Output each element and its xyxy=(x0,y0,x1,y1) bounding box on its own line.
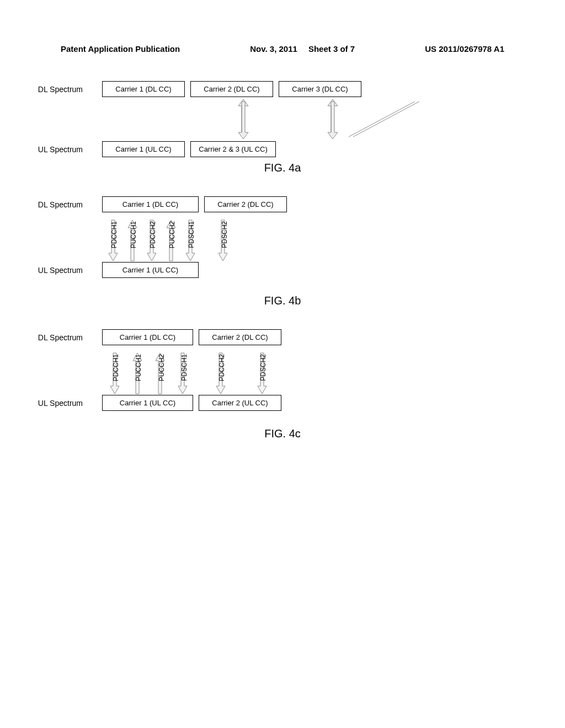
fig4c-ul-carrier-2: Carrier 2 (UL CC) xyxy=(199,395,281,411)
figure-4a: DL Spectrum Carrier 1 (DL CC) Carrier 2 … xyxy=(0,81,565,174)
channel-pdsch2: PDSCH2 xyxy=(218,218,229,262)
fig4b-ul-carrier-1: Carrier 1 (UL CC) xyxy=(102,262,199,278)
figure-4b: DL Spectrum Carrier 1 (DL CC) Carrier 2 … xyxy=(0,196,565,307)
fig4c-ul-carrier-1: Carrier 1 (UL CC) xyxy=(102,395,193,411)
fig4c-dl-carrier-1: Carrier 1 (DL CC) xyxy=(102,329,193,345)
header-sheet: Sheet 3 of 7 xyxy=(308,44,355,53)
fig4a-caption: FIG. 4a xyxy=(0,162,565,174)
fig4b-ul-label: UL Spectrum xyxy=(0,266,99,275)
page-header: Patent Application Publication Nov. 3, 2… xyxy=(0,0,565,65)
channel-label: PUCCH1 xyxy=(130,221,137,248)
channel-label: PDSCH1 xyxy=(180,354,188,381)
channel-pucch1: PUCCH1 xyxy=(127,218,138,262)
fig4c-ul-label: UL Spectrum xyxy=(0,399,99,408)
channel-pdcch2: PDCCH2 xyxy=(216,351,227,395)
bidirectional-arrow-icon xyxy=(199,97,475,141)
channel-pucch2: PUCCH2 xyxy=(166,218,177,262)
channel-label: PUCCH1 xyxy=(135,354,142,381)
header-left: Patent Application Publication xyxy=(61,44,180,53)
fig4a-arrow-area xyxy=(199,97,475,141)
channel-label: PDCCH1 xyxy=(112,354,120,381)
channel-label: PDCCH2 xyxy=(218,354,226,381)
fig4c-dl-label: DL Spectrum xyxy=(0,333,99,342)
fig4a-dl-carrier-1: Carrier 1 (DL CC) xyxy=(102,81,185,97)
channel-label: PUCCH2 xyxy=(158,354,166,381)
fig4a-ul-carrier-23: Carrier 2 & 3 (UL CC) xyxy=(190,141,276,157)
channel-label: PUCCH2 xyxy=(168,221,176,248)
fig4a-dl-label: DL Spectrum xyxy=(0,85,99,94)
fig4c-channels-dl2: PDCCH2PDSCH2 xyxy=(200,345,283,395)
fig4b-caption: FIG. 4b xyxy=(0,295,565,307)
fig4a-ul-label: UL Spectrum xyxy=(0,145,99,154)
channel-label: PDSCH2 xyxy=(259,354,267,381)
channel-pucch2: PUCCH2 xyxy=(155,351,166,395)
channel-pdcch2: PDCCH2 xyxy=(147,218,158,262)
channel-pdsch1: PDSCH1 xyxy=(178,351,189,395)
channel-pdcch1: PDCCH1 xyxy=(110,351,121,395)
fig4b-dl-label: DL Spectrum xyxy=(0,200,99,209)
channel-label: PDSCH2 xyxy=(221,221,228,248)
channel-label: PDCCH1 xyxy=(110,221,118,248)
channel-label: PDCCH2 xyxy=(149,221,157,248)
channel-pdcch1: PDCCH1 xyxy=(108,218,119,262)
channel-label: PDSCH1 xyxy=(188,221,195,248)
svg-line-0 xyxy=(353,101,419,137)
svg-line-1 xyxy=(349,101,415,137)
fig4b-dl-carrier-1: Carrier 1 (DL CC) xyxy=(102,196,199,212)
fig4c-caption: FIG. 4c xyxy=(0,427,565,440)
channel-pdsch2: PDSCH2 xyxy=(257,351,268,395)
fig4a-dl-carrier-2: Carrier 2 (DL CC) xyxy=(190,81,273,97)
header-date: Nov. 3, 2011 xyxy=(250,44,297,53)
fig4c-channels-dl1: PDCCH1PUCCH1PUCCH2PDSCH1 xyxy=(104,345,195,395)
fig4b-channels-dl1: PDCCH1PUCCH1PDCCH2PUCCH2PDSCH1 xyxy=(104,212,200,262)
fig4a-ul-carrier-1: Carrier 1 (UL CC) xyxy=(102,141,185,157)
header-pubno: US 2011/0267978 A1 xyxy=(425,44,504,53)
fig4a-dl-carrier-3: Carrier 3 (DL CC) xyxy=(279,81,361,97)
channel-pdsch1: PDSCH1 xyxy=(185,218,196,262)
channel-pucch1: PUCCH1 xyxy=(132,351,143,395)
fig4b-dl-carrier-2: Carrier 2 (DL CC) xyxy=(204,196,287,212)
fig4c-dl-carrier-2: Carrier 2 (DL CC) xyxy=(199,329,281,345)
fig4b-channels-dl2: PDSCH2 xyxy=(206,212,300,262)
figure-4c: DL Spectrum Carrier 1 (DL CC) Carrier 2 … xyxy=(0,329,565,440)
